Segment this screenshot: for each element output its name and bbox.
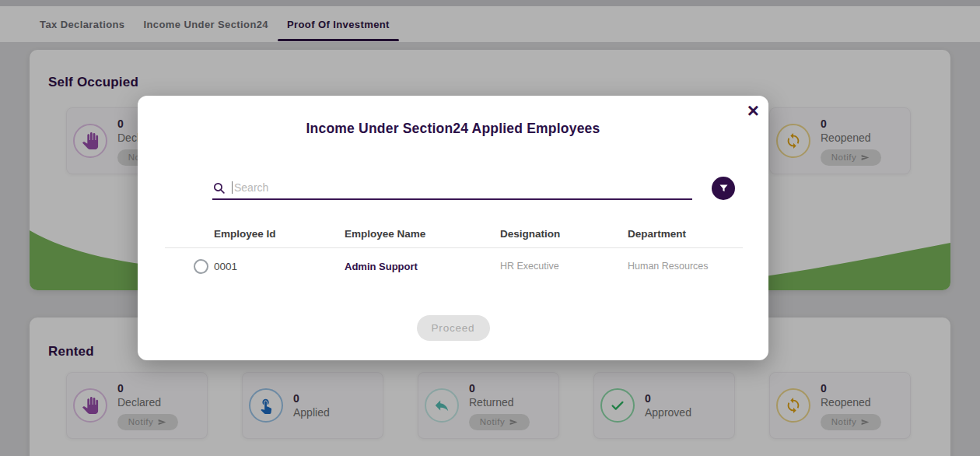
table-header-row: Employee Id Employee Name Designation De… bbox=[165, 228, 743, 248]
proceed-button[interactable]: Proceed bbox=[417, 315, 490, 341]
app-screen: Tax Declarations Income Under Section24 … bbox=[0, 0, 980, 456]
search-icon bbox=[212, 181, 226, 195]
search-bar bbox=[212, 177, 692, 200]
header-employee-name: Employee Name bbox=[345, 228, 500, 240]
header-designation: Designation bbox=[500, 228, 628, 240]
text-caret bbox=[232, 181, 233, 194]
filter-button[interactable] bbox=[712, 177, 735, 200]
cell-employee-id: 0001 bbox=[214, 261, 345, 272]
employee-table: Employee Id Employee Name Designation De… bbox=[165, 228, 743, 284]
close-icon[interactable]: × bbox=[747, 99, 759, 122]
row-radio-button[interactable] bbox=[194, 259, 208, 274]
modal-title: Income Under Section24 Applied Employees bbox=[138, 121, 768, 137]
search-input[interactable] bbox=[234, 181, 692, 194]
filter-icon bbox=[718, 183, 730, 195]
applied-employees-modal: × Income Under Section24 Applied Employe… bbox=[138, 96, 768, 360]
header-employee-id: Employee Id bbox=[214, 228, 345, 240]
cell-employee-name: Admin Support bbox=[345, 261, 500, 272]
header-department: Department bbox=[628, 228, 743, 240]
cell-designation: HR Executive bbox=[500, 261, 628, 272]
table-row[interactable]: 0001 Admin Support HR Executive Human Re… bbox=[165, 248, 743, 284]
cell-department: Human Resources bbox=[628, 261, 743, 272]
